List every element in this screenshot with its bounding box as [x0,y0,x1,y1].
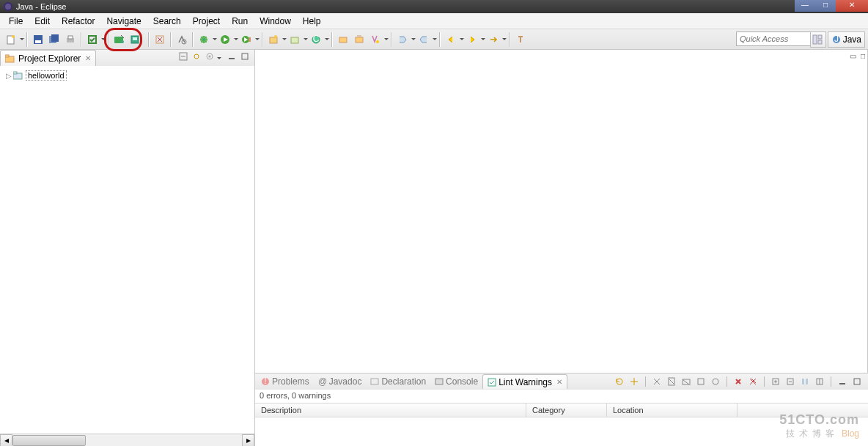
maximize-button[interactable]: □ [815,0,836,12]
bp-ignore-project-icon[interactable] [680,376,692,387]
col-category[interactable]: Category [526,404,607,417]
perspective-java[interactable]: J Java [828,31,865,48]
close-button[interactable]: ✕ [836,0,868,12]
collapse-all-button[interactable] [177,51,189,62]
open-task-button[interactable] [336,32,350,47]
tab-problems[interactable]: ! Problems [257,374,314,389]
new-dropdown[interactable] [19,32,24,47]
next-annotation-button[interactable] [395,32,410,47]
svg-rect-47 [371,379,378,384]
expand-arrow-icon[interactable]: ▷ [6,72,13,80]
search-button[interactable] [368,32,383,47]
new-java-project-button[interactable] [266,32,281,47]
tab-lint-warnings[interactable]: Lint Warnings ✕ [482,374,567,389]
menu-edit[interactable]: Edit [29,15,56,28]
debug-dropdown[interactable] [212,32,217,47]
bp-ignore-icon[interactable] [651,376,663,387]
project-explorer-icon [5,54,15,63]
menu-project[interactable]: Project [187,15,226,28]
new-class-button[interactable]: C [309,32,323,47]
new-package-dropdown[interactable] [303,32,308,47]
new-class-dropdown[interactable] [324,32,329,47]
lint-button[interactable] [152,32,167,47]
android-avd-button[interactable] [128,32,143,47]
open-resource-button[interactable] [352,32,367,47]
bp-fix-icon[interactable] [628,376,640,387]
bp-delete-icon[interactable] [732,376,744,387]
menu-search[interactable]: Search [147,15,187,28]
print-button[interactable] [63,32,78,47]
scroll-left-button[interactable]: ◂ [0,434,12,447]
col-description[interactable]: Description [255,404,526,417]
bp-expand-icon[interactable] [770,376,781,387]
bp-remove-icon[interactable] [695,376,707,387]
scroll-right-button[interactable]: ▸ [242,434,254,447]
open-perspective-button[interactable] [810,31,826,48]
tab-javadoc[interactable]: @ Javadoc [314,374,367,389]
prev-annotation-dropdown[interactable] [432,32,437,47]
back-dropdown[interactable] [459,32,464,47]
quick-access-input[interactable] [736,31,815,46]
minimize-view-button[interactable] [226,51,238,62]
editor-maximize-icon[interactable]: □ [861,52,865,60]
build-dropdown[interactable] [100,32,106,47]
menu-navigate[interactable]: Navigate [100,15,147,28]
tab-console[interactable]: Console [430,374,482,389]
bp-maximize-button[interactable] [851,376,863,387]
bp-delete-all-icon[interactable] [747,376,759,387]
editor-area [255,50,868,373]
last-edit-button[interactable] [486,32,501,47]
tab-declaration[interactable]: Declaration [366,374,430,389]
run-last-dropdown[interactable] [254,32,260,47]
menu-refactor[interactable]: Refactor [56,15,100,28]
svg-rect-36 [5,55,9,57]
open-type-button[interactable] [174,32,189,47]
android-sdk-button[interactable] [112,32,127,47]
close-view-icon[interactable]: ✕ [85,54,91,62]
last-edit-dropdown[interactable] [501,32,507,47]
run-button[interactable] [218,32,232,47]
sidebar-scrollbar[interactable]: ◂ ▸ [0,434,254,446]
menu-window[interactable]: Window [254,15,297,28]
svg-point-12 [121,40,124,43]
search-dropdown[interactable] [383,32,389,47]
build-button[interactable] [85,32,100,47]
bp-minimize-button[interactable] [836,376,848,387]
maximize-view-button[interactable] [239,51,251,62]
menu-help[interactable]: Help [297,15,327,28]
menu-file[interactable]: File [3,15,29,28]
project-tree[interactable]: ▷ helloworld [0,66,254,434]
new-java-project-dropdown[interactable] [282,32,287,47]
debug-button[interactable] [196,32,211,47]
forward-button[interactable] [465,32,479,47]
scroll-thumb[interactable] [12,435,86,446]
tree-item-helloworld[interactable]: ▷ helloworld [3,69,251,82]
minimize-button[interactable]: — [795,0,815,12]
bp-options-icon[interactable] [710,376,721,387]
menu-run[interactable]: Run [226,15,254,28]
bp-ignore-file-icon[interactable] [666,376,677,387]
close-tab-icon[interactable]: ✕ [556,378,562,386]
editor-minimize-icon[interactable]: ▭ [850,52,856,60]
col-location[interactable]: Location [607,404,738,417]
back-button[interactable] [444,32,458,47]
save-all-button[interactable] [47,32,62,47]
prev-annotation-button[interactable] [416,32,431,47]
svg-rect-40 [229,58,235,59]
bp-collapse-icon[interactable] [784,376,796,387]
focus-task-button[interactable] [204,51,216,62]
run-dropdown[interactable] [233,32,238,47]
save-button[interactable] [31,32,45,47]
bp-columns-icon[interactable] [814,376,825,387]
new-package-button[interactable] [287,32,302,47]
next-annotation-dropdown[interactable] [411,32,416,47]
forward-dropdown[interactable] [480,32,485,47]
project-explorer-tab[interactable]: Project Explorer ✕ [0,50,96,66]
link-editor-button[interactable] [191,51,202,62]
pin-editor-button[interactable] [513,32,528,47]
bp-refresh-icon[interactable] [614,376,625,387]
new-button[interactable] [4,32,18,47]
run-last-button[interactable] [239,32,254,47]
bp-configure-icon[interactable] [799,376,811,387]
view-menu-dropdown[interactable] [216,51,221,65]
